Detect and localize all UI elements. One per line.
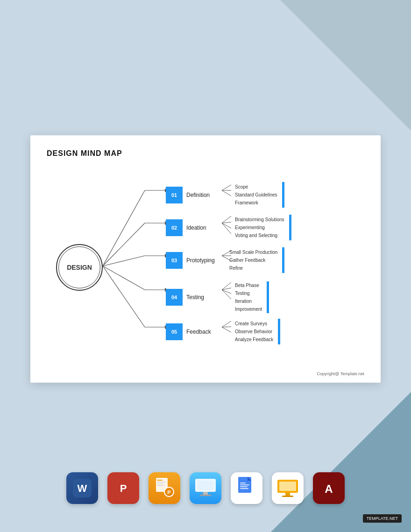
sub-item: Brainstorming Solutions — [235, 216, 284, 224]
sub-item: Scope — [235, 183, 277, 191]
svg-line-4 — [103, 266, 145, 327]
svg-line-3 — [103, 266, 145, 290]
sub-item: Standard Guidelines — [235, 191, 277, 199]
blue-bar-2 — [289, 215, 291, 240]
svg-text:A: A — [325, 483, 333, 495]
svg-rect-54 — [240, 486, 248, 487]
branch-box-5: 05 — [166, 323, 183, 340]
branches-container: 01 Definition Scope Standard Guidelines … — [166, 169, 362, 365]
blue-bar-1 — [282, 182, 284, 208]
sub-item: Iteration — [235, 297, 262, 305]
pdf-icon[interactable]: A — [313, 472, 345, 504]
svg-line-2 — [103, 256, 145, 266]
sub-items-3: Small Scale Production Gather Feedback R… — [229, 248, 277, 272]
sub-item: Experimenting — [235, 224, 284, 231]
card-title: DESIGN MIND MAP — [47, 149, 364, 158]
sub-item: Beta Phase — [235, 281, 262, 289]
svg-rect-60 — [282, 496, 293, 497]
copyright-text: Copyright@ Template.net — [317, 371, 364, 376]
sub-item: Refine — [229, 264, 277, 272]
branch-label-2: Ideation — [186, 224, 220, 231]
blue-bar-5 — [278, 319, 280, 344]
branch-2: 02 Ideation Brainstorming Solutions Expe… — [166, 215, 291, 240]
svg-rect-41 — [157, 485, 165, 486]
branch-4: 04 Testing Beta Phase Testing Iteration … — [166, 281, 269, 313]
svg-rect-59 — [285, 493, 290, 496]
blue-bar-4 — [267, 281, 269, 313]
sub-item: Analyze Feedback — [235, 336, 273, 343]
svg-rect-40 — [157, 483, 164, 484]
main-card: DESIGN MIND MAP — [30, 135, 381, 383]
sub-item: Testing — [235, 289, 262, 297]
app-icons-bar: W P P — [0, 472, 411, 504]
sub-items-5: Create Surveys Observe Behavior Analyze … — [235, 320, 273, 343]
svg-line-0 — [103, 190, 145, 266]
bg-decoration-bottom-right — [271, 392, 411, 532]
svg-rect-38 — [157, 480, 163, 481]
branch-box-3: 03 — [166, 252, 183, 269]
sub-items-1: Scope Standard Guidelines Framework — [235, 183, 277, 207]
branch-box-1: 01 — [166, 187, 183, 203]
bg-decoration-top — [280, 0, 411, 131]
svg-rect-48 — [200, 495, 211, 496]
svg-rect-47 — [203, 492, 208, 495]
sub-item: Framework — [235, 199, 277, 207]
branch-label-3: Prototyping — [186, 257, 220, 264]
powerpoint-icon[interactable]: P — [107, 472, 139, 504]
branch-label-4: Testing — [186, 294, 220, 301]
keynote-icon[interactable] — [190, 472, 221, 504]
svg-text:P: P — [120, 483, 127, 494]
sub-item: Observe Behavior — [235, 328, 273, 336]
branch-label-1: Definition — [186, 192, 220, 198]
sub-item: Voting and Selecting — [235, 231, 284, 239]
svg-rect-53 — [240, 484, 249, 485]
sub-item: Small Scale Production — [229, 248, 277, 256]
svg-rect-58 — [279, 482, 296, 491]
branch-5: 05 Feedback Create Surveys Observe Behav… — [166, 319, 280, 344]
sub-item: Improvement — [235, 305, 262, 313]
svg-text:W: W — [78, 483, 87, 494]
mindmap-container: DESIGN 01 Definition Scope Standard Guid… — [47, 169, 364, 365]
sub-item: Create Surveys — [235, 320, 273, 328]
pages-icon[interactable]: P — [149, 472, 180, 504]
branch-label-5: Feedback — [186, 329, 220, 335]
center-node: DESIGN — [56, 244, 103, 291]
word-icon[interactable]: W — [66, 472, 98, 504]
branch-3: 03 Prototyping Small Scale Production Ga… — [166, 247, 284, 273]
slides-icon[interactable] — [272, 472, 304, 504]
sub-items-2: Brainstorming Solutions Experimenting Vo… — [235, 216, 284, 239]
sub-items-4: Beta Phase Testing Iteration Improvement — [235, 281, 262, 313]
svg-rect-39 — [157, 482, 166, 483]
svg-rect-52 — [240, 483, 246, 483]
svg-line-1 — [103, 223, 145, 266]
branch-box-4: 04 — [166, 289, 183, 306]
template-badge: TEMPLATE.NET — [363, 514, 402, 523]
svg-rect-55 — [240, 488, 248, 489]
branch-1: 01 Definition Scope Standard Guidelines … — [166, 182, 284, 208]
sub-item: Gather Feedback — [229, 256, 277, 264]
branch-box-2: 02 — [166, 219, 183, 236]
docs-icon[interactable] — [231, 472, 262, 504]
svg-text:P: P — [167, 490, 170, 495]
svg-rect-46 — [197, 481, 214, 490]
blue-bar-3 — [282, 247, 284, 273]
